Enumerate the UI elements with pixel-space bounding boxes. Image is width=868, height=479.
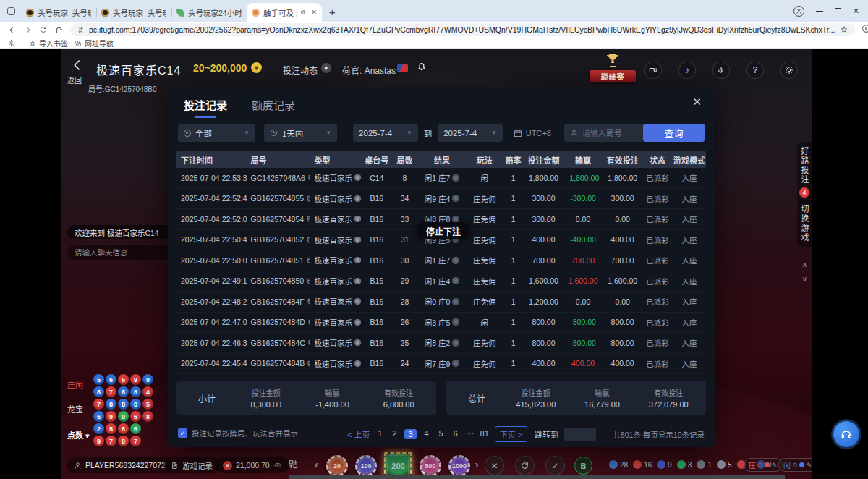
view-result-icon[interactable] [452,174,459,182]
game-bell-icon[interactable] [416,61,427,72]
date-to-select[interactable]: 2025-7-4 ▼ [438,124,503,142]
copy-icon[interactable] [306,195,310,202]
bookmark-import[interactable]: 导入书签 [29,38,68,48]
scrollbar-strip[interactable] [289,475,785,479]
tab-quota-records[interactable]: 额度记录 [252,97,295,118]
round-search-box[interactable] [564,124,643,142]
copy-icon[interactable] [306,216,310,222]
chip-100[interactable]: 100 [355,455,377,477]
music-button[interactable]: ♪ [678,62,696,79]
view-result-icon[interactable] [452,257,459,264]
browser-tab[interactable]: 头号玩家_头号玩家游 [21,3,96,22]
date-from-select[interactable]: 2025-7-4 ▼ [353,124,418,142]
tab-bet-records[interactable]: 投注记录 [184,97,227,118]
chip-20[interactable]: 20 [326,455,348,477]
profile-icon[interactable] [793,6,804,17]
road-bead: 5 [106,423,116,434]
timezone-control[interactable]: UTC+8 [513,128,551,138]
round-search-input[interactable] [582,129,637,137]
bookmark-sitenav[interactable]: 网址导航 [75,38,114,48]
chevron-down-icon[interactable]: ∨ [802,275,807,283]
prev-page-button[interactable]: < 上页 [347,428,370,440]
extension-button[interactable]: 1 [861,23,868,36]
copy-icon[interactable] [307,339,310,346]
view-result-icon[interactable] [452,339,459,347]
tab-audio-icon[interactable] [300,9,307,16]
green-action-button[interactable]: B [574,457,592,475]
site-info-icon[interactable] [77,26,85,34]
view-result-icon[interactable] [452,277,459,284]
chip-1000[interactable]: 1000 [448,455,470,477]
url-bar[interactable]: pc.ifugf.com:17039/egret/game/2002/2562?… [70,23,855,36]
back-icon[interactable] [7,25,17,35]
copy-icon[interactable] [307,319,310,326]
copy-icon[interactable] [306,257,310,263]
period-select[interactable]: 1天内 ▼ [264,124,337,142]
copy-icon[interactable] [306,237,310,243]
chevron-up-icon[interactable]: ∧ [802,260,807,268]
page-2[interactable]: 2 [390,429,399,439]
bet-trend-label[interactable]: 投注动态 [283,64,318,76]
confirm-bet-button[interactable]: ✓ [545,456,565,475]
rebet-button[interactable] [515,456,535,475]
page-4[interactable]: 4 [422,429,431,439]
cell-time: 2025-07-04 22:48:24 [176,297,247,306]
chips-scroll-right-icon[interactable]: › [475,459,479,470]
jump-page-input[interactable] [564,428,596,441]
gear-button[interactable] [780,62,798,79]
settings-gear-icon[interactable] [7,39,15,47]
good-road-bet-tab[interactable]: 好路投注 4 [797,142,812,203]
banker-quick-bet-pill[interactable]: 庄✎ [744,458,783,472]
browser-tab[interactable]: 头号玩家_头号玩家游 [96,3,171,22]
view-result-icon[interactable] [452,318,459,326]
close-window-button[interactable]: ✕ [853,7,859,16]
tab-search-icon[interactable] [7,7,15,15]
copy-icon[interactable] [307,174,310,181]
limits-chevron-icon[interactable]: ▼ [251,62,262,73]
back-arrow-icon[interactable] [70,58,85,72]
view-result-icon[interactable] [452,360,459,367]
chip-500[interactable]: 500 [420,455,441,477]
page-6[interactable]: 6 [451,429,460,439]
bookmark-star-icon[interactable] [840,25,848,34]
switch-game-tab[interactable]: 切换游戏 [797,200,812,247]
home-icon[interactable] [54,25,64,35]
page-3[interactable]: 3 [404,429,416,439]
copy-icon[interactable] [306,278,310,284]
help-button[interactable]: ? [746,62,764,79]
player-quick-bet-pill[interactable]: 闲✎ [778,458,812,472]
back-label[interactable]: 返回 [67,75,82,85]
copy-icon[interactable] [307,298,310,305]
close-icon[interactable]: ✕ [692,96,702,109]
view-result-icon[interactable] [452,195,459,202]
browser-tab[interactable]: 头号玩家24小时在线 [171,3,247,22]
view-result-icon[interactable] [452,298,459,305]
next-page-button[interactable]: 下页 > [495,426,527,442]
merge-checkbox-row[interactable]: ✓ 投注记录按牌局、玩法合并展示 [178,428,298,438]
checkbox-checked-icon[interactable]: ✓ [178,428,187,438]
forward-icon[interactable] [23,25,33,35]
speaker-button[interactable] [712,62,730,79]
layout-swap-icon[interactable] [288,459,299,470]
cancel-bet-button[interactable]: ✕ [485,456,504,475]
search-button[interactable]: 查询 [643,124,705,142]
new-tab-button[interactable]: + [329,6,336,18]
road-label-2[interactable]: 点数 ▾ [67,429,90,441]
eye-icon[interactable] [273,461,282,470]
reload-icon[interactable] [39,25,48,34]
copy-icon[interactable] [307,360,310,367]
video-button[interactable] [644,62,662,79]
maximize-button[interactable] [835,8,841,14]
page-1[interactable]: 1 [375,429,384,439]
customer-support-button[interactable] [833,421,859,447]
page-5[interactable]: 5 [437,429,446,439]
tab-close-icon[interactable]: ✕ [311,9,317,16]
scope-select[interactable]: 全部 ▼ [178,124,255,142]
game-records-button[interactable]: 游戏记录 [163,457,220,473]
browser-tab[interactable]: 触手可及 最✕ [247,3,322,22]
page-81[interactable]: 81 [480,429,489,439]
minimize-button[interactable] [816,11,823,12]
trend-chevron-icon[interactable]: ▼ [321,63,331,73]
col-header-valid: 有效投注 [603,154,642,166]
chips-scroll-left-icon[interactable]: ‹ [315,459,318,470]
